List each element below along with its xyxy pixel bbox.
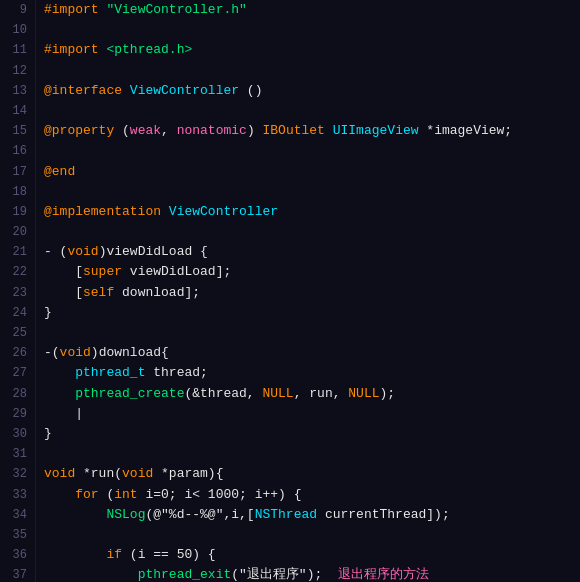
line-number: 20 xyxy=(6,222,27,242)
line-number: 30 xyxy=(6,424,27,444)
code-line: } xyxy=(44,424,572,444)
line-number: 25 xyxy=(6,323,27,343)
code-line: for (int i=0; i< 1000; i++) { xyxy=(44,485,572,505)
code-line xyxy=(44,323,572,343)
line-number: 36 xyxy=(6,545,27,565)
line-number: 32 xyxy=(6,464,27,484)
code-line: pthread_create(&thread, NULL, run, NULL)… xyxy=(44,384,572,404)
code-line xyxy=(44,61,572,81)
code-line: @interface ViewController () xyxy=(44,81,572,101)
line-number: 12 xyxy=(6,61,27,81)
line-number: 11 xyxy=(6,40,27,60)
line-number: 14 xyxy=(6,101,27,121)
code-line: NSLog(@"%d--%@",i,[NSThread currentThrea… xyxy=(44,505,572,525)
line-number: 18 xyxy=(6,182,27,202)
code-line: pthread_exit("退出程序"); 退出程序的方法 xyxy=(44,565,572,582)
line-number: 17 xyxy=(6,162,27,182)
code-line: void *run(void *param){ xyxy=(44,464,572,484)
code-line: if (i == 50) { xyxy=(44,545,572,565)
line-number: 19 xyxy=(6,202,27,222)
line-number: 31 xyxy=(6,444,27,464)
line-number: 35 xyxy=(6,525,27,545)
line-number: 29 xyxy=(6,404,27,424)
code-line: } xyxy=(44,303,572,323)
line-number: 34 xyxy=(6,505,27,525)
code-line: @property (weak, nonatomic) IBOutlet UII… xyxy=(44,121,572,141)
code-line: [super viewDidLoad]; xyxy=(44,262,572,282)
code-line xyxy=(44,222,572,242)
line-number: 33 xyxy=(6,485,27,505)
line-number: 26 xyxy=(6,343,27,363)
line-number: 23 xyxy=(6,283,27,303)
code-line: - (void)viewDidLoad { xyxy=(44,242,572,262)
code-line: pthread_t thread; xyxy=(44,363,572,383)
code-line xyxy=(44,101,572,121)
code-line: -(void)download{ xyxy=(44,343,572,363)
line-number: 24 xyxy=(6,303,27,323)
line-number: 27 xyxy=(6,363,27,383)
line-number: 9 xyxy=(6,0,27,20)
code-line xyxy=(44,20,572,40)
code-editor: 9101112131415161718192021222324252627282… xyxy=(0,0,580,582)
code-line: #import "ViewController.h" xyxy=(44,0,572,20)
code-line: @end xyxy=(44,162,572,182)
line-number: 10 xyxy=(6,20,27,40)
code-line xyxy=(44,444,572,464)
code-line: [self download]; xyxy=(44,283,572,303)
line-number: 37 xyxy=(6,565,27,582)
code-content: #import "ViewController.h" #import <pthr… xyxy=(36,0,580,582)
line-number: 28 xyxy=(6,384,27,404)
line-number: 13 xyxy=(6,81,27,101)
code-line: #import <pthread.h> xyxy=(44,40,572,60)
code-line xyxy=(44,141,572,161)
code-line: @implementation ViewController xyxy=(44,202,572,222)
line-number: 21 xyxy=(6,242,27,262)
code-line: | xyxy=(44,404,572,424)
line-number: 15 xyxy=(6,121,27,141)
line-numbers: 9101112131415161718192021222324252627282… xyxy=(0,0,36,582)
code-line xyxy=(44,525,572,545)
line-number: 22 xyxy=(6,262,27,282)
code-line xyxy=(44,182,572,202)
line-number: 16 xyxy=(6,141,27,161)
